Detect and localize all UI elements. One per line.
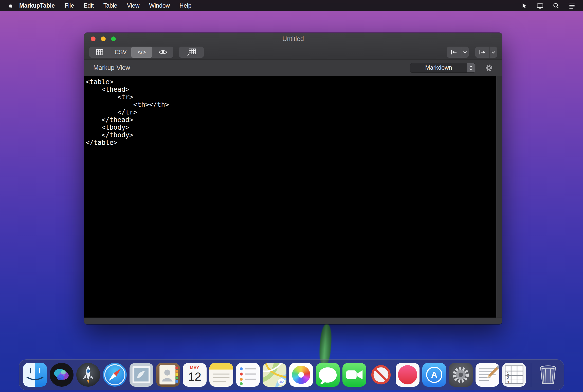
dock-icon-maps[interactable]: 3D [263,363,286,387]
dock-divider [531,363,531,387]
trash-icon [536,363,560,387]
photos-icon [289,363,313,387]
markuptable-app-icon: 123 [502,363,526,387]
app-store-letter: A [431,370,437,380]
zoom-button[interactable] [111,36,116,41]
editor-scrollbar-gutter[interactable] [496,76,502,318]
music-icon [396,363,420,387]
menu-app-name[interactable]: MarkupTable [19,2,55,9]
export-options-chevron[interactable] [489,47,497,58]
chevron-down-icon [463,51,467,54]
chevron-down-icon [491,51,496,54]
chevron-up-icon [469,65,473,67]
segment-markup-view[interactable]: </> [131,47,152,58]
dock-icon-system-preferences[interactable] [449,363,473,387]
dock-icon-music[interactable] [396,363,420,387]
format-select-value: Markdown [410,64,467,71]
insert-table-button[interactable] [179,47,204,58]
menu-view[interactable]: View [127,2,139,9]
apple-menu-icon[interactable] [7,2,13,9]
dock-icon-notes[interactable] [209,363,233,387]
dock-icon-finder[interactable] [23,363,47,387]
svg-text:3: 3 [507,380,509,384]
window-toolbar: CSV </> [84,45,502,60]
markup-view-title: Markup-View [93,64,130,71]
maps-icon: 3D [263,363,286,387]
markup-view-header: Markup-View Markdown [84,60,502,76]
segment-csv-label: CSV [115,49,126,56]
editor-code[interactable]: <table> <thead> <tr> <th></th> </tr> </t… [84,76,496,146]
notification-list-icon[interactable] [569,2,575,9]
contacts-icon [156,363,180,387]
gear-icon[interactable] [485,64,493,72]
spotlight-search-icon[interactable] [553,2,559,9]
table-grid-icon [96,49,103,55]
svg-text:1: 1 [507,371,509,375]
pointer-icon[interactable] [521,2,527,9]
import-icon [450,48,458,56]
reminders-icon [236,363,260,387]
dock-icon-app-store[interactable]: A [422,363,446,387]
eye-icon [159,49,167,55]
view-mode-segmented-control: CSV </> [89,47,173,58]
dock-icon-missing-app[interactable] [369,363,393,387]
window-title: Untitled [84,33,502,45]
displays-icon[interactable] [537,2,543,9]
calendar-day: 12 [183,370,207,383]
dock-icon-textedit[interactable] [476,363,499,387]
textedit-icon [476,363,499,387]
close-button[interactable] [91,36,96,41]
menu-bar: MarkupTable File Edit Table View Window … [0,0,583,11]
safari-icon [103,363,127,387]
dock-icon-calendar[interactable]: MAY 12 [183,363,207,387]
menu-help[interactable]: Help [179,2,191,9]
window-chrome: Untitled CSV [84,33,502,60]
finder-icon [23,363,47,387]
import-options-chevron[interactable] [461,47,469,58]
mail-icon [130,363,153,387]
dock-icon-safari[interactable] [103,363,127,387]
import-button[interactable] [447,47,469,58]
dock-icon-mail[interactable] [130,363,153,387]
launchpad-icon [76,363,100,387]
calendar-icon: MAY 12 [183,363,207,387]
segment-preview[interactable] [152,47,173,58]
export-icon [479,48,486,56]
menu-window[interactable]: Window [149,2,170,9]
system-preferences-icon [449,363,473,387]
menu-file[interactable]: File [65,2,74,9]
minimize-button[interactable] [101,36,106,41]
select-stepper [467,63,475,72]
dock-icon-trash[interactable] [536,363,560,387]
dock-icon-reminders[interactable] [236,363,260,387]
menu-table[interactable]: Table [103,2,117,9]
dock-icon-markuptable[interactable]: 123 [502,363,526,387]
dock-icon-launchpad[interactable] [76,363,100,387]
messages-icon [316,363,340,387]
traffic-lights [91,36,116,41]
dock-icon-siri[interactable] [50,363,74,387]
markup-editor[interactable]: <table> <thead> <tr> <th></th> </tr> </t… [84,76,496,318]
segment-markup-label: </> [137,49,146,56]
export-button[interactable] [475,47,497,58]
menu-edit[interactable]: Edit [84,2,94,9]
svg-text:2: 2 [507,376,509,380]
window-status-bar [84,318,502,324]
maps-3d-badge: 3D [278,378,285,385]
app-store-icon: A [422,363,446,387]
siri-icon [50,363,74,387]
dock-icon-photos[interactable] [289,363,313,387]
segment-csv-view[interactable]: CSV [110,47,131,58]
facetime-icon [342,363,366,387]
notes-icon [209,363,233,387]
app-window: Untitled CSV [84,33,502,324]
format-select[interactable]: Markdown [410,63,475,73]
chevron-down-icon [469,68,473,70]
dock-icon-contacts[interactable] [156,363,180,387]
menu-status-area [521,2,583,9]
insert-table-icon [187,48,196,56]
segment-table-view[interactable] [89,47,110,58]
dock-icon-messages[interactable] [316,363,340,387]
dock-icon-facetime[interactable] [342,363,366,387]
dock: MAY 12 3D A [19,359,564,390]
